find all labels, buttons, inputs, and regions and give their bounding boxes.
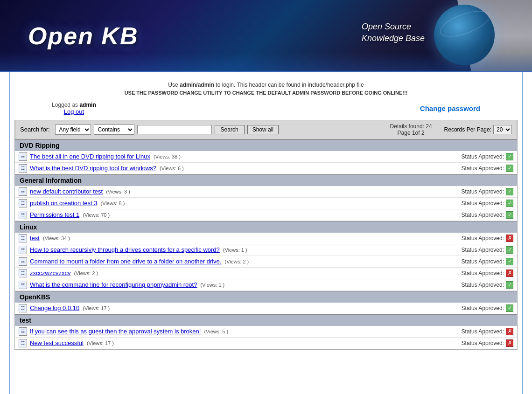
- status-label: Status Approved:: [462, 305, 504, 311]
- article-icon: ☷: [19, 339, 27, 347]
- article-link[interactable]: What is the command line for reconfiguri…: [30, 281, 197, 288]
- search-type-select[interactable]: Contains Equals Starts with: [94, 124, 134, 135]
- article-icon: ☷: [19, 187, 27, 196]
- table-row: ☷Change log 0.0.10 (Views: 17 )Status Ap…: [15, 303, 517, 314]
- status-label: Status Approved:: [462, 165, 504, 172]
- search-text-input[interactable]: [137, 125, 212, 134]
- status-badge: ✗: [506, 235, 513, 242]
- site-subtitle: Open Source Knowledge Base: [362, 21, 425, 44]
- records-per-page: Records Per Page: 10 20 50: [444, 125, 512, 134]
- category-header: General Information: [15, 174, 517, 186]
- page-info: Page 1of 2: [390, 130, 432, 136]
- article-views: (Views: 34 ): [42, 235, 70, 241]
- status-label: Status Approved:: [462, 235, 504, 242]
- article-link[interactable]: How to search recursivly through a drive…: [30, 246, 220, 253]
- search-info: Details found: 24 Page 1of 2: [390, 123, 432, 136]
- article-views: (Views: 6 ): [158, 166, 184, 171]
- article-views: (Views: 2 ): [72, 270, 98, 276]
- records-select[interactable]: 10 20 50: [493, 125, 512, 134]
- notice-bar: Use admin/admin to login. This header ca…: [14, 77, 518, 99]
- search-field-select[interactable]: Any field Title Content: [55, 124, 91, 135]
- table-row: ☷test (Views: 34 )Status Approved:✗: [15, 233, 517, 244]
- status-label: Status Approved:: [462, 188, 504, 195]
- article-status: Status Approved:✗: [462, 328, 513, 335]
- status-label: Status Approved:: [462, 258, 504, 265]
- article-views: (Views: 17 ): [85, 340, 114, 346]
- article-status: Status Approved:✓: [462, 153, 513, 160]
- article-link[interactable]: If you can see this as guest then the ap…: [30, 328, 201, 335]
- status-badge: ✓: [506, 211, 513, 219]
- records-label: Records Per Page:: [444, 126, 491, 133]
- site-title: Open KB: [28, 22, 138, 50]
- main-container: Use admin/admin to login. This header ca…: [9, 72, 523, 394]
- table-row: ☷Permissions test 1 (Views: 70 )Status A…: [15, 209, 517, 221]
- article-icon: ☷: [19, 199, 27, 207]
- article-link[interactable]: test: [30, 235, 40, 242]
- article-status: Status Approved:✓: [462, 165, 513, 172]
- change-password-link[interactable]: Change password: [420, 104, 480, 112]
- status-label: Status Approved:: [462, 282, 504, 288]
- logged-as-label: Logged as: [52, 102, 78, 108]
- status-badge: ✗: [506, 328, 513, 335]
- status-badge: ✓: [506, 258, 513, 265]
- category-header: OpenKBS: [15, 291, 517, 303]
- show-all-button[interactable]: Show all: [247, 125, 279, 134]
- article-views: (Views: 1 ): [222, 247, 247, 253]
- logged-as-info: Logged as admin Log out: [52, 102, 96, 115]
- table-row: ☷new default contributor test (Views: 3 …: [15, 186, 517, 198]
- table-row: ☷What is the command line for reconfigur…: [15, 279, 517, 291]
- notice-post: to login. This header can be found in in…: [214, 82, 364, 88]
- article-link[interactable]: Permissions test 1: [30, 211, 79, 218]
- status-label: Status Approved:: [462, 153, 504, 160]
- status-badge: ✗: [506, 339, 513, 347]
- article-link[interactable]: publish on creation test 3: [30, 200, 98, 207]
- article-status: Status Approved:✗: [462, 339, 513, 347]
- article-icon: ☷: [19, 257, 27, 266]
- notice-pre: Use: [168, 82, 180, 88]
- article-icon: ☷: [19, 327, 27, 336]
- article-link[interactable]: new default contributor test: [30, 188, 103, 195]
- status-badge: ✓: [506, 153, 513, 160]
- subtitle-line1: Open Source: [362, 22, 411, 31]
- article-views: (Views: 70 ): [81, 212, 110, 218]
- site-title-text: Open KB: [28, 22, 138, 49]
- status-badge: ✓: [506, 304, 513, 312]
- status-label: Status Approved:: [462, 212, 504, 218]
- status-badge: ✓: [506, 165, 513, 172]
- article-link[interactable]: The best all in one DVD ripping tool for…: [30, 153, 150, 160]
- article-link[interactable]: zxcczwzcvzxcv: [30, 270, 70, 276]
- article-status: Status Approved:✓: [462, 211, 513, 219]
- article-icon: ☷: [19, 246, 27, 254]
- article-status: Status Approved:✗: [462, 270, 513, 277]
- status-label: Status Approved:: [462, 340, 504, 346]
- status-badge: ✓: [506, 246, 513, 254]
- article-icon: ☷: [19, 234, 27, 242]
- notice-line2: USE THE PASSWORD CHANGE UTILITY TO CHANG…: [19, 89, 513, 97]
- article-link[interactable]: New test successful: [30, 339, 84, 346]
- article-link[interactable]: Command to mount a folder from one drive…: [30, 258, 221, 265]
- article-icon: ☷: [19, 281, 27, 289]
- article-views: (Views: 3 ): [105, 189, 130, 194]
- status-badge: ✓: [506, 188, 513, 195]
- status-label: Status Approved:: [462, 270, 504, 276]
- article-icon: ☷: [19, 211, 27, 219]
- site-header: Open KB Open Source Knowledge Base: [0, 0, 532, 72]
- table-row: ☷New test successful (Views: 17 )Status …: [15, 338, 517, 349]
- table-row: ☷Command to mount a folder from one driv…: [15, 256, 517, 268]
- article-views: (Views: 8 ): [99, 200, 125, 206]
- article-link[interactable]: Change log 0.0.10: [30, 304, 79, 311]
- article-status: Status Approved:✓: [462, 246, 513, 254]
- article-icon: ☷: [19, 304, 27, 312]
- article-link[interactable]: What is the best DVD ripping tool for wi…: [30, 165, 156, 172]
- username-display: admin: [79, 102, 96, 108]
- logout-link[interactable]: Log out: [52, 108, 96, 115]
- search-bar: Search for: Any field Title Content Cont…: [15, 120, 517, 139]
- auth-bar: Logged as admin Log out Change password: [14, 99, 518, 120]
- search-button[interactable]: Search: [215, 125, 245, 134]
- status-badge: ✓: [506, 200, 513, 207]
- notice-line1: Use admin/admin to login. This header ca…: [19, 81, 513, 89]
- article-icon: ☷: [19, 152, 27, 161]
- article-views: (Views: 38 ): [152, 154, 181, 159]
- table-row: ☷The best all in one DVD ripping tool fo…: [15, 151, 517, 163]
- article-status: Status Approved:✓: [462, 188, 513, 195]
